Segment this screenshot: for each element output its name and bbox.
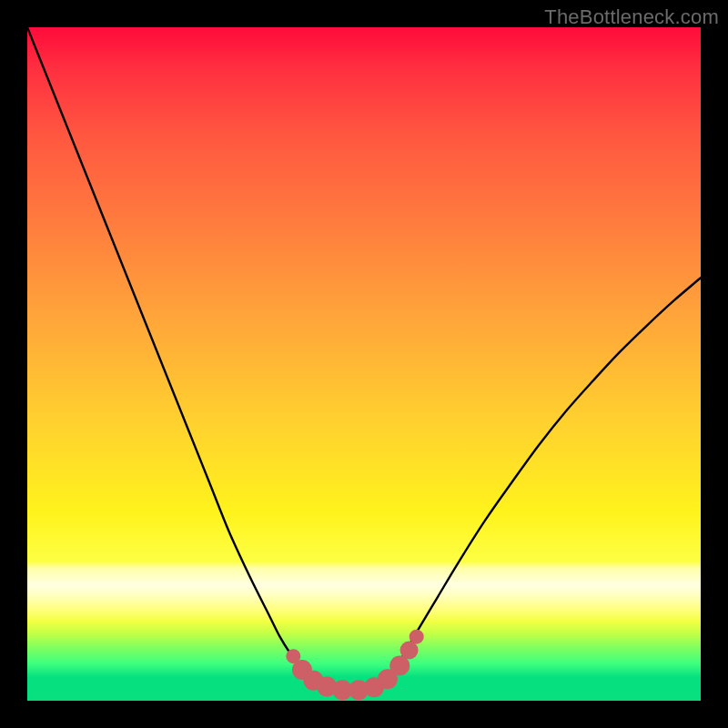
trough-marker [410,630,424,644]
bottleneck-curve [27,27,701,691]
chart-svg [27,27,701,701]
plot-area [27,27,701,701]
chart-frame: TheBottleneck.com [0,0,728,728]
trough-markers [286,630,423,700]
watermark-text: TheBottleneck.com [544,5,719,29]
